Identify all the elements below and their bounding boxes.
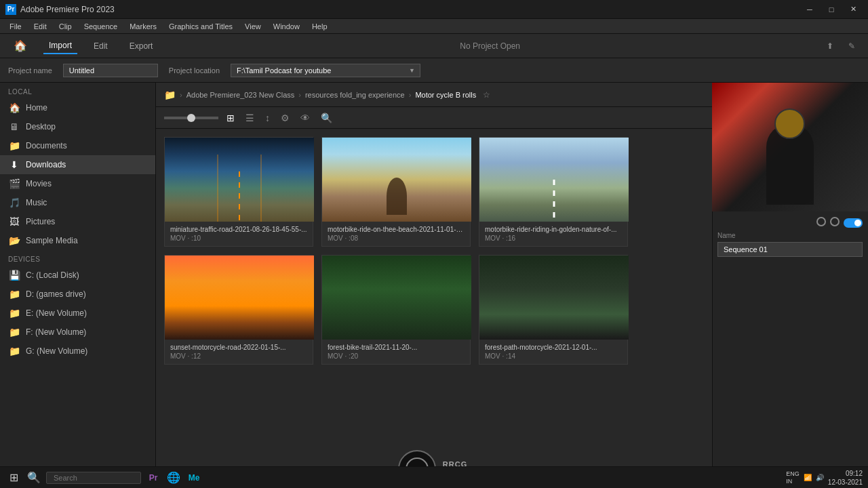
share-icon[interactable]: ⬆ <box>822 38 838 54</box>
sidebar-item-documents[interactable]: 📁 Documents <box>0 136 155 155</box>
media-card-5[interactable]: forest-bike-trail-2021-11-20-... MOV · :… <box>321 255 471 365</box>
app-title: Adobe Premiere Pro 2023 <box>20 5 800 14</box>
sidebar-item-f[interactable]: 📁 F: (New Volume) <box>0 323 155 342</box>
sequence-name-input[interactable] <box>717 242 863 257</box>
grid-view-button[interactable]: ⊞ <box>224 111 237 125</box>
media-meta-3: MOV · :16 <box>485 235 622 242</box>
content-area: 📁 › Adobe Premiere_023 New Class › resou… <box>156 83 712 488</box>
media-card-6[interactable]: forest-path-motorcycle-2021-12-01-... MO… <box>479 255 628 365</box>
media-thumbnail-2 <box>322 138 471 222</box>
list-view-button[interactable]: ☰ <box>243 111 257 125</box>
media-card-4[interactable]: sunset-motorcycle-road-2022-01-15-... MO… <box>164 255 313 365</box>
import-tab[interactable]: Import <box>43 38 77 54</box>
taskbar-time-value: 09:12 <box>828 469 863 478</box>
filter-button[interactable]: ⚙ <box>278 111 292 125</box>
project-location-select[interactable]: F:\Tamil Podcast for youtube <box>231 64 420 77</box>
sidebar-item-d[interactable]: 📁 D: (games drive) <box>0 285 155 304</box>
app-icon: Pr <box>5 4 16 15</box>
windows-start-icon[interactable]: ⊞ <box>5 470 22 486</box>
taskbar-system-tray: ENGIN 📶 🔊 09:12 12-03-2021 <box>786 469 863 487</box>
sidebar: LOCAL 🏠 Home 🖥 Desktop 📁 Documents ⬇ Dow… <box>0 83 156 488</box>
media-name-1: miniature-traffic-road-2021-08-26-18-45-… <box>170 226 307 233</box>
sidebar-item-g[interactable]: 📁 G: (New Volume) <box>0 342 155 361</box>
menu-help[interactable]: Help <box>307 21 333 32</box>
sidebar-item-c[interactable]: 💾 C: (Local Disk) <box>0 266 155 285</box>
sidebar-item-sample-label: Sample Media <box>26 236 78 245</box>
sidebar-item-downloads[interactable]: ⬇ Downloads <box>0 155 155 174</box>
taskbar: ⊞ 🔍 Pr 🌐 Me ENGIN 📶 🔊 09:12 12-03-2021 <box>0 466 868 488</box>
sort-button[interactable]: ↕ <box>262 111 273 125</box>
local-section-label: LOCAL <box>0 83 155 98</box>
name-field-label: Name <box>717 232 863 239</box>
menu-markers[interactable]: Markers <box>124 21 162 32</box>
drive-c-icon: 💾 <box>8 269 20 281</box>
home-button[interactable]: 🏠 <box>8 37 33 55</box>
radio-button-1[interactable] <box>816 217 826 226</box>
project-status: No Project Open <box>169 41 811 51</box>
main-wrapper: LOCAL 🏠 Home 🖥 Desktop 📁 Documents ⬇ Dow… <box>0 83 868 488</box>
taskbar-premiere-icon[interactable]: Pr <box>145 470 161 486</box>
media-thumbnail-3 <box>479 138 629 222</box>
main-toolbar: 🏠 Import Edit Export No Project Open ⬆ ✎ <box>0 34 868 58</box>
sidebar-item-pictures[interactable]: 🖼 Pictures <box>0 212 155 231</box>
menu-clip[interactable]: Clip <box>54 21 77 32</box>
search-taskbar-icon[interactable]: 🔍 <box>26 470 42 486</box>
project-bar: Project name Project location F:\Tamil P… <box>0 58 868 83</box>
menu-sequence[interactable]: Sequence <box>79 21 123 32</box>
sidebar-item-f-label: F: (New Volume) <box>26 327 86 337</box>
home-icon: 🏠 <box>8 102 20 114</box>
search-button[interactable]: 🔍 <box>318 111 335 125</box>
menu-edit[interactable]: Edit <box>28 21 52 32</box>
media-meta-6: MOV · :14 <box>485 352 622 360</box>
sidebar-item-e[interactable]: 📁 E: (New Volume) <box>0 304 155 323</box>
sidebar-item-movies[interactable]: 🎬 Movies <box>0 174 155 193</box>
taskbar-search-input[interactable] <box>46 472 141 484</box>
export-tab[interactable]: Export <box>124 39 159 54</box>
media-info-2: motorbike-ride-on-thee-beach-2021-11-01-… <box>322 222 470 246</box>
taskbar-wifi-icon: 📶 <box>804 474 812 481</box>
media-card-1[interactable]: miniature-traffic-road-2021-08-26-18-45-… <box>164 137 313 247</box>
sidebar-item-home[interactable]: 🏠 Home <box>0 98 155 117</box>
favorite-star-icon[interactable]: ☆ <box>483 90 490 100</box>
right-panel-controls: Name <box>712 211 868 262</box>
toggle-switch[interactable] <box>844 218 863 228</box>
close-button[interactable]: ✕ <box>844 3 863 16</box>
sidebar-item-sample[interactable]: 📂 Sample Media <box>0 231 155 250</box>
project-name-input[interactable] <box>63 64 158 77</box>
breadcrumb-item-1[interactable]: Adobe Premiere_023 New Class <box>186 91 295 99</box>
taskbar-mediencoder-icon[interactable]: Me <box>186 470 202 486</box>
taskbar-lang: ENGIN <box>786 470 800 485</box>
sidebar-item-music-label: Music <box>26 198 47 207</box>
settings-icon[interactable]: ✎ <box>844 38 860 54</box>
media-card-3[interactable]: motorbike-rider-riding-in-golden-nature-… <box>479 137 628 247</box>
sidebar-item-c-label: C: (Local Disk) <box>26 270 79 280</box>
sidebar-item-desktop[interactable]: 🖥 Desktop <box>0 117 155 136</box>
media-info-3: motorbike-rider-riding-in-golden-nature-… <box>479 222 627 246</box>
media-meta-1: MOV · :10 <box>170 235 307 242</box>
taskbar-date-value: 12-03-2021 <box>828 478 863 487</box>
menu-view[interactable]: View <box>239 21 267 32</box>
media-card-2[interactable]: motorbike-ride-on-thee-beach-2021-11-01-… <box>321 137 471 247</box>
eye-button[interactable]: 👁 <box>298 111 313 125</box>
breadcrumb-item-2[interactable]: resources fold_ing experience <box>305 91 405 99</box>
maximize-button[interactable]: □ <box>822 3 841 16</box>
breadcrumb: 📁 › Adobe Premiere_023 New Class › resou… <box>156 83 712 107</box>
radio-button-2[interactable] <box>830 217 840 226</box>
media-name-4: sunset-motorcycle-road-2022-01-15-... <box>170 344 307 351</box>
media-info-4: sunset-motorcycle-road-2022-01-15-... MO… <box>165 340 313 364</box>
thumbnail-size-slider[interactable] <box>164 117 218 119</box>
menu-graphics[interactable]: Graphics and Titles <box>163 21 238 32</box>
window-controls: ─ □ ✕ <box>800 3 863 16</box>
menu-window[interactable]: Window <box>268 21 305 32</box>
menu-file[interactable]: File <box>4 21 27 32</box>
edit-tab[interactable]: Edit <box>88 39 113 54</box>
project-location-wrapper: F:\Tamil Podcast for youtube <box>231 64 420 77</box>
minimize-button[interactable]: ─ <box>800 3 819 16</box>
media-name-6: forest-path-motorcycle-2021-12-01-... <box>485 344 622 351</box>
media-thumbnail-4 <box>165 256 314 340</box>
breadcrumb-folder-icon[interactable]: 📁 <box>164 89 176 100</box>
drive-f-icon: 📁 <box>8 326 20 338</box>
media-name-2: motorbike-ride-on-thee-beach-2021-11-01-… <box>328 226 465 233</box>
taskbar-chrome-icon[interactable]: 🌐 <box>165 470 182 486</box>
sidebar-item-music[interactable]: 🎵 Music <box>0 193 155 212</box>
